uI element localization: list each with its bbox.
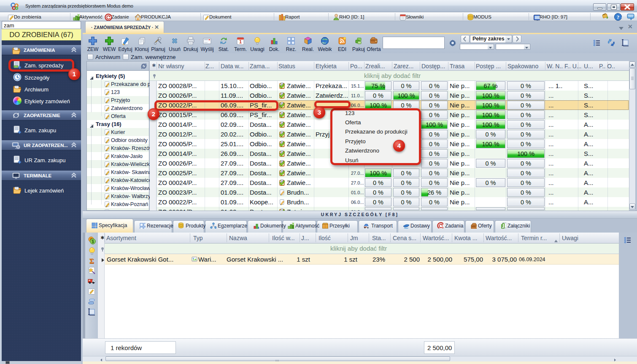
svg-text:$: $: [92, 239, 94, 244]
svg-text:1: 1: [239, 39, 242, 44]
svg-text:?: ?: [617, 14, 620, 20]
svg-text:Σ: Σ: [89, 257, 94, 265]
